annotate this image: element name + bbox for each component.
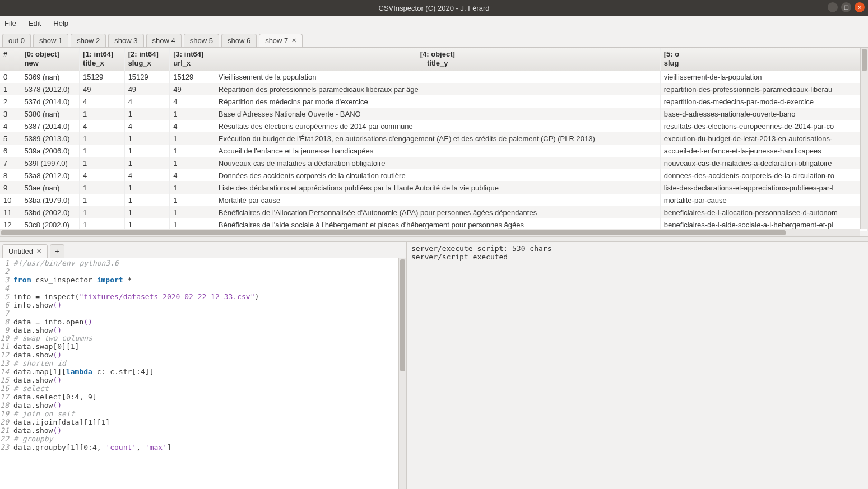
table-cell: 4	[170, 95, 215, 108]
code-text: # groupby	[11, 435, 53, 444]
column-header[interactable]: #	[0, 48, 21, 71]
table-cell: 15129	[80, 71, 125, 83]
line-number: 7	[0, 310, 11, 318]
tab-label: show 5	[190, 36, 213, 45]
result-tab-show-4[interactable]: show 4	[146, 34, 182, 47]
code-text: from csv_inspector import *	[11, 276, 132, 285]
line-number: 5	[0, 293, 11, 301]
code-text	[11, 285, 13, 293]
table-cell: 53ba (1979.0)	[21, 194, 80, 206]
table-row[interactable]: 1053ba (1979.0)111Mortalité par causemor…	[0, 194, 868, 206]
editor-tab-untitled[interactable]: Untitled ✕	[2, 244, 48, 258]
window-maximize-button[interactable]: ☐	[841, 2, 851, 12]
grid-horizontal-scrollbar[interactable]	[0, 229, 860, 236]
table-cell: 4	[0, 120, 21, 132]
table-cell: beneficiaires-de-l-allocation-personnali…	[660, 206, 867, 218]
table-row[interactable]: 1153bd (2002.0)111Bénéficiaires de l'All…	[0, 206, 868, 218]
code-line: 23data.groupby[1][0:4, 'count', 'max']	[0, 444, 406, 452]
table-cell: accueil-de-l-enfance-et-la-jeunesse-hand…	[660, 145, 867, 157]
code-line: 5info = inspect("fixtures/datasets-2020-…	[0, 293, 406, 301]
table-cell: Bénéficiaires de l'Allocation Personnali…	[215, 206, 660, 218]
table-cell: Vieillissement de la population	[215, 71, 660, 83]
table-cell: 1	[124, 206, 170, 218]
table-row[interactable]: 55389 (2013.0)111Exécution du budget de …	[0, 132, 868, 145]
result-tab-show-5[interactable]: show 5	[184, 34, 219, 47]
result-tab-out-0[interactable]: out 0	[2, 34, 31, 47]
table-cell: 5380 (nan)	[21, 108, 80, 120]
line-number: 10	[0, 334, 11, 343]
table-row[interactable]: 6539a (2006.0)111Accueil de l'enfance et…	[0, 145, 868, 157]
code-text: data.select[0:4, 9]	[11, 393, 97, 402]
table-cell: 1	[170, 206, 215, 218]
scrollbar-thumb[interactable]	[1, 230, 786, 235]
table-cell: 4	[80, 120, 125, 132]
line-number: 20	[0, 418, 11, 427]
code-text: # shorten id	[11, 360, 66, 368]
table-cell: mortalite-par-cause	[660, 194, 867, 206]
column-header[interactable]: [1: int64]title_x	[80, 48, 125, 71]
code-text: data.swap[0][1]	[11, 343, 79, 351]
table-cell: 5389 (2013.0)	[21, 132, 80, 145]
code-text: data.ijoin[data][1][1]	[11, 418, 110, 427]
window-minimize-button[interactable]: –	[828, 2, 838, 12]
line-number: 12	[0, 351, 11, 360]
code-line: 16# select	[0, 385, 406, 393]
table-row[interactable]: 45387 (2014.0)444Résultats des élections…	[0, 120, 868, 132]
close-icon[interactable]: ✕	[36, 248, 41, 255]
scrollbar-thumb[interactable]	[400, 259, 405, 371]
menu-edit[interactable]: Edit	[29, 19, 41, 27]
table-cell: 5387 (2014.0)	[21, 120, 80, 132]
table-row[interactable]: 853a8 (2012.0)444Données des accidents c…	[0, 169, 868, 181]
table-row[interactable]: 953ae (nan)111Liste des déclarations et …	[0, 181, 868, 194]
table-row[interactable]: 35380 (nan)111Base d'Adresses Nationale …	[0, 108, 868, 120]
table-cell: 1	[124, 157, 170, 169]
editor-add-tab-button[interactable]: +	[50, 244, 64, 258]
code-text: info = inspect("fixtures/datasets-2020-0…	[11, 293, 259, 301]
code-line: 1#!/usr/bin/env python3.6	[0, 259, 406, 268]
tab-label: out 0	[8, 36, 25, 45]
table-row[interactable]: 7539f (1997.0)111Nouveaux cas de maladie…	[0, 157, 868, 169]
table-cell: 539f (1997.0)	[21, 157, 80, 169]
column-header[interactable]: [5: oslug	[660, 48, 867, 71]
result-tab-show-3[interactable]: show 3	[108, 34, 143, 47]
table-cell: liste-des-declarations-et-appreciations-…	[660, 181, 867, 194]
editor-vertical-scrollbar[interactable]	[398, 258, 406, 489]
editor-tabs: Untitled ✕ +	[0, 242, 406, 258]
line-number: 2	[0, 268, 11, 276]
line-number: 15	[0, 376, 11, 385]
column-header[interactable]: [0: object]new	[21, 48, 80, 71]
table-cell: 8	[0, 169, 21, 181]
table-row[interactable]: 05369 (nan)151291512915129Vieillissement…	[0, 71, 868, 83]
result-tab-show-6[interactable]: show 6	[221, 34, 257, 47]
result-tab-show-2[interactable]: show 2	[71, 34, 106, 47]
menu-help[interactable]: Help	[53, 19, 68, 27]
line-number: 16	[0, 385, 11, 393]
menu-file[interactable]: File	[4, 19, 16, 27]
table-row[interactable]: 2537d (2014.0)444Répartition des médecin…	[0, 95, 868, 108]
table-cell: 4	[170, 169, 215, 181]
line-number: 23	[0, 444, 11, 452]
column-header[interactable]: [2: int64]slug_x	[124, 48, 170, 71]
window-close-button[interactable]: ✕	[855, 2, 865, 12]
menubar: File Edit Help	[0, 16, 868, 31]
result-tab-show-1[interactable]: show 1	[33, 34, 68, 47]
output-console: server/execute script: 530 chars server/…	[407, 242, 868, 489]
code-text: data.groupby[1][0:4, 'count', 'max']	[11, 444, 171, 452]
data-table[interactable]: #[0: object]new[1: int64]title_x[2: int6…	[0, 48, 868, 231]
window-titlebar: CSVInspector (C) 2020 - J. Férard – ☐ ✕	[0, 0, 868, 16]
table-cell: Répartition des professionnels paramédic…	[215, 83, 660, 95]
code-editor[interactable]: 1#!/usr/bin/env python3.623from csv_insp…	[0, 258, 406, 489]
table-cell: 1	[170, 194, 215, 206]
column-header[interactable]: [3: int64]url_x	[170, 48, 215, 71]
table-row[interactable]: 15378 (2012.0)494949Répartition des prof…	[0, 83, 868, 95]
table-cell: 1	[0, 83, 21, 95]
pane-splitter[interactable]	[0, 236, 868, 242]
column-header[interactable]: [4: object]title_y	[215, 48, 660, 71]
table-cell: resultats-des-elections-europeennes-de-2…	[660, 120, 867, 132]
grid-vertical-scrollbar[interactable]	[860, 48, 868, 229]
result-tab-show-7[interactable]: show 7✕	[259, 34, 303, 47]
table-cell: 49	[170, 83, 215, 95]
table-cell: 53a8 (2012.0)	[21, 169, 80, 181]
scrollbar-thumb[interactable]	[862, 49, 867, 71]
close-icon[interactable]: ✕	[291, 37, 296, 44]
